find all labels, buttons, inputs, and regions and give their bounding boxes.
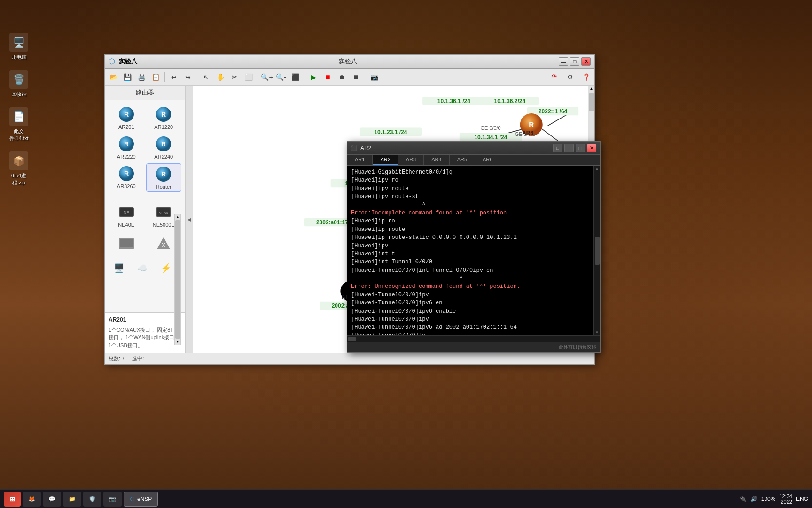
toolbar-undo[interactable]: ↩ [167,71,180,84]
toolbar-zoom-in[interactable]: 🔍+ [260,71,273,84]
tab-ar2[interactable]: AR2 [373,155,398,165]
ensp-logo-icon: ⬡ [109,57,115,66]
toolbar-stop2[interactable]: ⏹ [349,71,362,84]
terminal-output[interactable]: [Huawei-GigabitEthernet0/0/1]q [Huawei]i… [347,166,593,335]
toolbar-open[interactable]: 📂 [107,71,120,84]
toolbar-copy[interactable]: 📋 [149,71,162,84]
device-ar2240[interactable]: R AR2240 [146,134,182,161]
ne5000e-icon: NE5K [155,204,172,221]
toolbar-help[interactable]: ❓ [579,71,593,84]
toolbar-select[interactable]: ↖ [200,71,213,84]
terminal-maximize-btn[interactable]: □ [576,144,585,152]
toolbar-sep5 [365,72,365,82]
toolbar-settings[interactable]: ⚙ [563,71,577,84]
terminal-line-6: Error:Incomplete command found at '^' po… [351,209,590,217]
terminal-hscroll-thumb [348,337,356,341]
taskbar-files[interactable]: 📁 [63,492,81,507]
terminal-line-16: [Huawei-Tunnel0/0/0]ipv [351,291,590,299]
toolbar-print[interactable]: 🖨️ [135,71,148,84]
terminal-body-container: [Huawei-GigabitEthernet0/0/1]q [Huawei]i… [347,166,600,335]
desktop-icon-zip[interactable]: 📦 6to4进程.zip [5,151,33,186]
toolbar-save[interactable]: 💾 [121,71,134,84]
terminal-scroll-down[interactable]: ▼ [595,330,599,334]
terminal-window: ⬛ AR2 □ — □ ✕ AR1 AR2 AR3 AR4 AR5 AR6 [H… [347,141,601,353]
svg-text:R: R [124,170,129,177]
panel-collapse-button[interactable]: ◀ [186,86,193,353]
device-ar2220[interactable]: R AR2220 [109,134,144,161]
toolbar-sep2 [197,72,197,82]
device-ar3260[interactable]: R AR3260 [109,163,144,192]
canvas-scroll-up[interactable]: ▲ [590,87,593,91]
tab-ar3[interactable]: AR3 [398,155,424,165]
terminal-hscrollbar[interactable] [347,335,600,342]
svg-text:2022::1 /64: 2022::1 /64 [539,108,568,115]
toolbar-fit[interactable]: ⬛ [289,71,302,84]
tab-ar4[interactable]: AR4 [424,155,449,165]
svg-text:X: X [162,242,165,249]
start-button[interactable]: ⊞ [4,492,21,507]
terminal-line-4: [Huawei]ipv route-st [351,193,590,201]
ar1220-label: AR1220 [154,124,173,130]
device-ar1220[interactable]: R AR1220 [146,104,182,132]
ensp-taskbar-icon: ⬡ [130,496,134,502]
toolbar-cam[interactable]: 📷 [367,71,381,84]
scroll-down-arrow[interactable]: ▼ [176,340,180,344]
maximize-button[interactable]: □ [570,57,579,66]
terminal-square-btn[interactable]: □ [553,144,562,152]
terminal-title: AR2 [360,145,371,151]
terminal-close-btn[interactable]: ✕ [587,144,596,152]
minimize-button[interactable]: — [559,57,568,66]
terminal-minimize-btn[interactable]: — [564,144,574,152]
toolbar-redo[interactable]: ↪ [181,71,195,84]
svg-text:10.1.34.1 /24: 10.1.34.1 /24 [474,134,507,141]
left-panel-scrollbar[interactable]: ▲ ▼ [174,214,181,345]
svg-text:10.1.36.1 /24: 10.1.36.1 /24 [437,98,470,104]
device-ne40e[interactable]: NE NE40E [109,202,144,230]
scroll-up-arrow[interactable]: ▲ [176,215,180,219]
terminal-icon: ⬛ [351,145,357,151]
toolbar-record[interactable]: ⏺ [335,71,348,84]
window-controls: — □ ✕ [559,57,591,66]
device-ar201[interactable]: R AR201 [109,104,144,132]
desktop-icon-file[interactable]: 📄 此文件.14.txt [5,107,33,142]
taskbar-browser[interactable]: 🦊 [23,492,41,507]
taskbar-camera[interactable]: 📷 [103,492,122,507]
chat-icon: 💬 [48,496,55,502]
ensp-titlebar: ⬡ 实验八 实验八 菜单▼ — □ ✕ [105,55,594,69]
close-button[interactable]: ✕ [581,57,591,66]
tab-ar6[interactable]: AR6 [475,155,500,165]
terminal-scroll-up[interactable]: ▲ [595,167,599,171]
device-extra1[interactable] [109,233,144,254]
battery-display: 100% [761,496,776,502]
terminal-line-19: [Huawei-Tunnel0/0/0]ipv [351,316,590,324]
taskbar-security[interactable]: 🛡️ [83,492,102,507]
toolbar-zoom-out[interactable]: 🔍- [274,71,288,84]
lang-indicator: ENG [796,496,808,502]
desktop-icon-computer[interactable]: 🖥️ 此电脑 [5,33,33,61]
taskbar-chat[interactable]: 💬 [43,492,61,507]
tab-ar1[interactable]: AR1 [347,155,373,165]
toolbar-rect[interactable]: ⬜ [242,71,255,84]
desktop-icon-trash[interactable]: 🗑️ 回收站 [5,70,33,98]
toolbar-stop[interactable]: ⏹ [321,71,334,84]
toolbar-cut[interactable]: ✂ [228,71,241,84]
svg-text:R: R [161,111,166,118]
files-icon: 📁 [69,496,76,502]
toolbar-move[interactable]: ✋ [214,71,227,84]
device-monitor[interactable]: 🖥️ [109,258,129,278]
router-icon: R [155,166,172,183]
status-total: 总数: 7 [109,355,125,362]
toolbar-sep4 [304,72,304,82]
ar2220-label: AR2220 [117,154,136,159]
device-power[interactable]: ⚡ [156,258,176,278]
svg-text:AR6: AR6 [522,130,533,136]
taskbar-ensp[interactable]: ⬡ eNSP [124,492,158,507]
tab-ar5[interactable]: AR5 [450,155,475,165]
toolbar-start[interactable]: ▶ [307,71,320,84]
terminal-line-20: [Huawei-Tunnel0/0/0]ipv6 ad 2002:a01:170… [351,324,590,332]
terminal-scrollbar[interactable]: ▲ ▼ [593,166,600,335]
device-router[interactable]: R Router [146,163,182,192]
toolbar-huawei[interactable]: 华 [547,71,561,84]
device-cloud[interactable]: ☁️ [132,258,153,278]
ensp-app-name: 实验八 [119,57,137,66]
